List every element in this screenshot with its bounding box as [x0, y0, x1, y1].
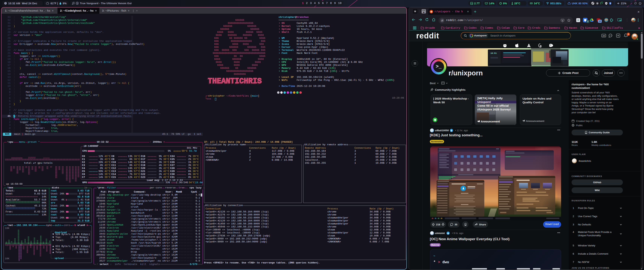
- svg-text:AD: AD: [603, 35, 605, 37]
